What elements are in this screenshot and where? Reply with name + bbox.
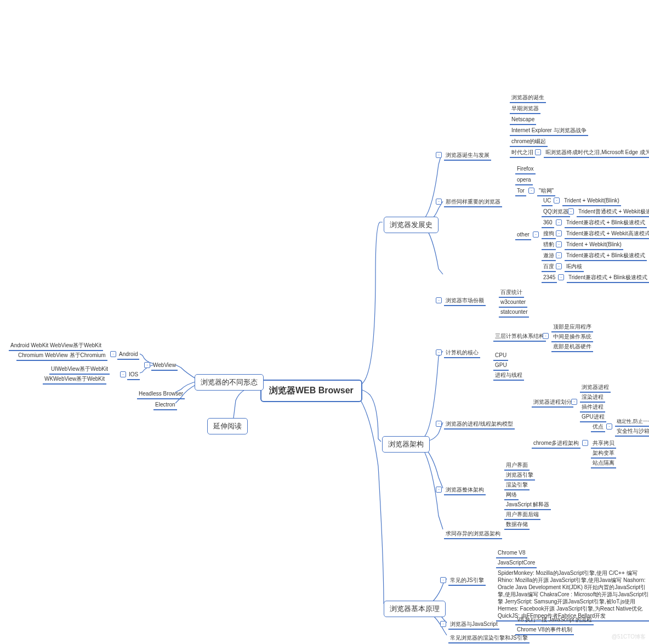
node-diff[interactable]: 求同存异的浏览器架构: [444, 529, 502, 539]
leaf-div[interactable]: 浏览器进程划分: [532, 398, 573, 408]
leaf-360[interactable]: 360: [542, 218, 554, 228]
leaf-a1[interactable]: 稳定性,防止一个页面崩溃影响整个浏览器: [615, 417, 649, 427]
leaf-d1[interactable]: 浏览器进程: [580, 383, 611, 393]
node-share[interactable]: 浏览器市场份额: [444, 296, 486, 306]
leaf-d2[interactable]: 渲染进程: [580, 393, 605, 403]
leaf-lbn[interactable]: Trident + Webkit(Blink): [565, 240, 623, 250]
leaf-a2[interactable]: Chromium WebView 基于Chromium: [16, 351, 107, 361]
toggle-icon[interactable]: -: [436, 349, 442, 355]
leaf-w6[interactable]: 用户界面后端: [504, 510, 540, 520]
toggle-icon[interactable]: -: [436, 297, 442, 303]
node-important[interactable]: 那些同样重要的浏览器: [444, 197, 502, 207]
leaf-m1[interactable]: 共享拷贝: [591, 439, 616, 449]
root-node[interactable]: 浏览器WEB Browser: [260, 380, 362, 402]
leaf-tor[interactable]: Tor: [515, 187, 526, 196]
leaf-t1[interactable]: 顶部是应用程序: [551, 323, 593, 332]
toggle-icon[interactable]: -: [528, 188, 534, 194]
leaf-d3[interactable]: 插件进程: [580, 403, 605, 413]
leaf-2345[interactable]: 2345: [542, 273, 557, 283]
toggle-icon[interactable]: -: [436, 487, 442, 493]
leaf-w3c[interactable]: w3counter: [499, 298, 527, 308]
toggle-icon[interactable]: -: [558, 274, 564, 280]
leaf-fx[interactable]: Firefox: [515, 165, 536, 174]
node-js[interactable]: 常见的JS引擎: [448, 576, 486, 586]
toggle-icon[interactable]: -: [535, 149, 541, 155]
leaf-qq[interactable]: QQ浏览器: [542, 207, 570, 217]
toggle-icon[interactable]: -: [556, 252, 562, 258]
leaf-b6a[interactable]: IE浏览器终成时代之泪,Microsoft Edge 成为Win11默认浏览器: [544, 148, 649, 158]
leaf-w1[interactable]: 用户界面: [504, 461, 530, 471]
leaf-w5[interactable]: JavaScript 解释器: [504, 500, 551, 510]
leaf-t2[interactable]: 中间是操作系统: [551, 332, 593, 342]
leaf-bdn[interactable]: IE内核: [565, 262, 584, 272]
toggle-icon[interactable]: -: [556, 219, 562, 225]
leaf-b3[interactable]: Netscape: [510, 115, 536, 125]
leaf-thr[interactable]: 进程与线程: [493, 371, 524, 381]
leaf-other[interactable]: other: [515, 230, 531, 240]
toggle-icon[interactable]: -: [556, 263, 562, 269]
toggle-icon[interactable]: -: [571, 399, 577, 405]
toggle-icon[interactable]: -: [144, 362, 150, 368]
hub-arch[interactable]: 浏览器架构: [382, 436, 430, 453]
hub-history[interactable]: 浏览器发展史: [384, 217, 439, 233]
leaf-i2[interactable]: WKWebView基于WebKit: [43, 375, 106, 385]
node-ios[interactable]: IOS: [127, 370, 140, 380]
leaf-w7[interactable]: 数据存储: [504, 520, 530, 530]
toggle-icon[interactable]: -: [110, 351, 116, 357]
leaf-a1[interactable]: Android WebKit WebView基于WebKit: [9, 341, 103, 351]
leaf-ucn[interactable]: Trident + Webkit(Blink): [562, 196, 621, 206]
toggle-icon[interactable]: -: [440, 577, 446, 583]
toggle-icon[interactable]: -: [606, 423, 612, 430]
leaf-v8[interactable]: Chrome V8: [496, 549, 527, 558]
toggle-icon[interactable]: -: [568, 208, 574, 214]
leaf-multi[interactable]: chrome多进程架构: [532, 439, 580, 449]
node-headless[interactable]: Headless Browser: [137, 389, 185, 399]
leaf-t3[interactable]: 底部是机器硬件: [551, 342, 593, 352]
node-rend[interactable]: 常见浏览器的渲染引擎和JS引擎: [448, 634, 530, 643]
leaf-b4[interactable]: Internet Explorer 与浏览器战争: [510, 126, 588, 136]
leaf-bds[interactable]: 百度统计: [499, 288, 524, 298]
leaf-cpu[interactable]: CPU: [493, 351, 508, 361]
leaf-b2[interactable]: 早期浏览器: [510, 104, 540, 114]
leaf-b6[interactable]: 时代之泪: [510, 148, 535, 158]
node-bj[interactable]: 浏览器与JavaScript: [448, 620, 499, 630]
leaf-ay[interactable]: 遨游: [542, 251, 556, 261]
hub-principle[interactable]: 浏览器基本原理: [384, 601, 446, 617]
toggle-icon[interactable]: -: [554, 197, 560, 204]
leaf-a2[interactable]: 安全性与沙箱化: [615, 427, 649, 437]
leaf-uc[interactable]: UC: [542, 196, 553, 206]
node-electron[interactable]: Electron: [153, 400, 177, 410]
node-core[interactable]: 计算机的核心: [444, 348, 480, 358]
leaf-tier[interactable]: 三层计算机体系结构: [493, 332, 546, 342]
leaf-gpu[interactable]: GPU: [493, 361, 509, 371]
toggle-icon[interactable]: -: [440, 621, 446, 627]
hub-reading[interactable]: 延伸阅读: [207, 418, 248, 434]
leaf-2345n[interactable]: Trident兼容模式 + Blink极速模式: [567, 273, 649, 283]
leaf-sg[interactable]: 搜狗: [542, 229, 556, 239]
node-whole[interactable]: 浏览器整体架构: [444, 485, 486, 495]
toggle-icon[interactable]: -: [556, 230, 562, 236]
leaf-tornote[interactable]: "暗网": [537, 187, 555, 196]
leaf-stc[interactable]: statcounter: [499, 308, 529, 318]
leaf-f1[interactable]: V8 执行一段 JavaScript 的流程: [515, 615, 594, 625]
leaf-w4[interactable]: 网络: [504, 490, 519, 500]
node-webview[interactable]: WebView: [151, 361, 178, 371]
leaf-b1[interactable]: 浏览器的诞生: [510, 93, 546, 103]
leaf-bd[interactable]: 百度: [542, 262, 556, 272]
leaf-360n[interactable]: Trident兼容模式 + Blink极速模式: [565, 218, 647, 228]
toggle-icon[interactable]: -: [436, 421, 442, 427]
leaf-ayn[interactable]: Trident兼容模式 + Blink极速模式: [565, 251, 647, 261]
leaf-op[interactable]: opera: [515, 176, 533, 185]
leaf-w2[interactable]: 浏览器引擎: [504, 471, 535, 481]
leaf-jslong[interactable]: SpiderMonkey: Mozilla的JavaScript引擎,使用 C/…: [496, 568, 649, 622]
toggle-icon[interactable]: -: [533, 231, 539, 238]
leaf-w3[interactable]: 渲染引擎: [504, 481, 530, 490]
toggle-icon[interactable]: -: [556, 241, 562, 247]
toggle-icon[interactable]: -: [582, 440, 588, 446]
leaf-b5[interactable]: chrome的崛起: [510, 137, 548, 147]
leaf-jsc[interactable]: JavaScriptCore: [496, 558, 537, 568]
leaf-sgn[interactable]: Trident兼容模式 + Webkit高速模式: [565, 229, 649, 239]
leaf-qqn[interactable]: Trident普通模式 + Webkit极速模式: [577, 207, 649, 217]
toggle-icon[interactable]: -: [543, 333, 549, 339]
toggle-icon[interactable]: -: [436, 152, 442, 158]
